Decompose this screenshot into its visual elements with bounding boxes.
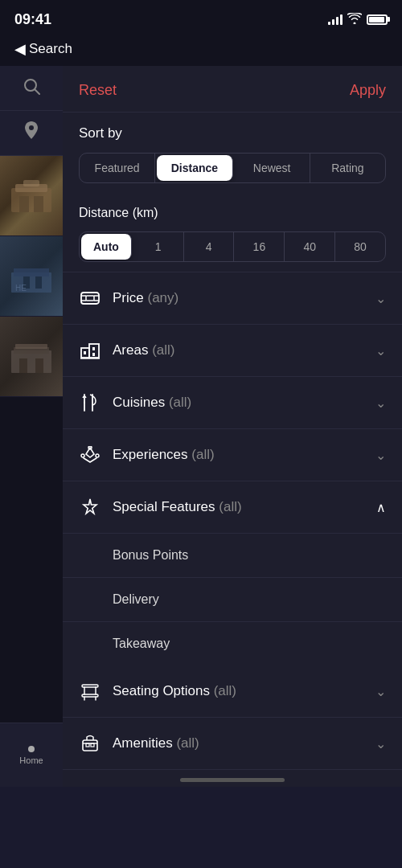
svg-rect-7	[34, 196, 43, 212]
reset-button[interactable]: Reset	[79, 82, 117, 99]
status-time: 09:41	[14, 11, 51, 28]
areas-label: Areas (all)	[113, 342, 375, 358]
svg-point-2	[29, 125, 34, 130]
seating-options-label: Seating Options (all)	[113, 683, 375, 699]
filter-row-special-features[interactable]: Special Features (all) ∧	[63, 481, 402, 534]
svg-text:HE: HE	[15, 284, 27, 293]
amenities-icon	[79, 732, 101, 755]
left-sidebar: HE Home	[0, 66, 63, 787]
seating-sub: (all)	[214, 683, 236, 698]
filter-row-price[interactable]: Price (any) ⌄	[63, 272, 402, 325]
home-dot	[28, 746, 35, 752]
distance-tab-16[interactable]: 16	[234, 232, 285, 261]
special-features-chevron-icon: ∧	[376, 500, 386, 515]
svg-rect-16	[11, 350, 51, 373]
battery-icon	[367, 14, 388, 25]
distance-tab-1[interactable]: 1	[133, 232, 184, 261]
svg-rect-45	[83, 740, 97, 751]
distance-label: Distance (km)	[79, 206, 386, 220]
filter-row-seating-options[interactable]: Seating Options (all) ⌄	[63, 665, 402, 718]
cuisines-icon	[79, 391, 101, 414]
sort-tab-distance[interactable]: Distance	[157, 155, 232, 181]
experiences-chevron-icon: ⌄	[375, 448, 386, 463]
distance-section: Distance (km) Auto 1 4 16 40 80	[63, 193, 402, 272]
sub-item-takeaway[interactable]: Takeaway	[63, 622, 402, 665]
svg-rect-30	[84, 351, 86, 354]
home-indicator	[63, 770, 402, 787]
svg-rect-6	[19, 196, 29, 212]
home-label: Home	[19, 755, 43, 765]
distance-tabs: Auto 1 4 16 40 80	[79, 231, 386, 262]
home-bar	[180, 778, 285, 782]
sub-item-delivery[interactable]: Delivery	[63, 578, 402, 622]
back-nav[interactable]: ◀ Search	[0, 35, 402, 66]
sort-tab-rating[interactable]: Rating	[310, 154, 385, 182]
experiences-sub: (all)	[191, 447, 214, 462]
svg-line-1	[35, 89, 39, 94]
svg-rect-20	[15, 344, 47, 349]
filter-row-areas[interactable]: Areas (all) ⌄	[63, 325, 402, 377]
seating-chevron-icon: ⌄	[375, 684, 386, 699]
filter-row-amenities[interactable]: Amenities (all) ⌄	[63, 718, 402, 770]
restaurant-image-3[interactable]	[0, 317, 63, 397]
seating-options-icon	[79, 680, 101, 702]
special-features-icon	[79, 496, 101, 518]
sort-tab-featured[interactable]: Featured	[80, 154, 155, 182]
svg-rect-19	[35, 358, 43, 373]
cuisines-chevron-icon: ⌄	[375, 395, 386, 411]
svg-rect-31	[92, 347, 95, 350]
distance-tab-4[interactable]: 4	[184, 232, 235, 261]
restaurant-image-2[interactable]: HE	[0, 236, 63, 317]
main-layout: HE Home Reset Apply	[0, 66, 402, 787]
price-icon	[79, 287, 101, 309]
filter-panel: Reset Apply Sort by Featured Distance Ne…	[63, 66, 402, 787]
sort-by-section: Sort by Featured Distance Newest Rating	[63, 113, 402, 193]
price-label: Price (any)	[113, 290, 375, 306]
svg-rect-32	[92, 353, 95, 356]
location-area[interactable]	[0, 111, 63, 156]
svg-rect-46	[86, 743, 89, 747]
filter-row-experiences[interactable]: Experiences (all) ⌄	[63, 429, 402, 481]
signal-icon	[328, 14, 343, 25]
amenities-sub: (all)	[176, 735, 199, 751]
amenities-chevron-icon: ⌄	[375, 736, 386, 751]
svg-rect-11	[14, 268, 49, 276]
price-chevron-icon: ⌄	[375, 291, 386, 306]
back-label: Search	[29, 41, 72, 57]
sort-tab-newest[interactable]: Newest	[235, 154, 310, 182]
experiences-icon	[79, 444, 101, 466]
apply-button[interactable]: Apply	[350, 82, 386, 99]
restaurant-image-1[interactable]	[0, 156, 63, 236]
price-sub: (any)	[147, 290, 178, 305]
svg-point-37	[81, 454, 84, 457]
back-arrow-icon: ◀	[14, 40, 26, 58]
home-nav[interactable]: Home	[0, 723, 63, 787]
svg-rect-22	[86, 296, 94, 301]
special-features-sub: (all)	[219, 499, 241, 514]
areas-sub: (all)	[152, 342, 174, 358]
svg-point-38	[96, 454, 99, 457]
distance-tab-auto[interactable]: Auto	[81, 234, 132, 260]
amenities-label: Amenities (all)	[113, 735, 375, 751]
sort-tabs: Featured Distance Newest Rating	[79, 153, 386, 183]
filter-row-cuisines[interactable]: Cuisines (all) ⌄	[63, 377, 402, 429]
distance-tab-40[interactable]: 40	[285, 232, 335, 261]
areas-icon	[79, 339, 101, 362]
status-icons	[328, 13, 388, 27]
special-features-sub-items: Bonus Points Delivery Takeaway	[63, 534, 402, 665]
distance-tab-80[interactable]: 80	[335, 232, 385, 261]
svg-rect-21	[81, 293, 99, 304]
status-bar: 09:41	[0, 0, 402, 35]
svg-rect-18	[19, 358, 27, 373]
experiences-label: Experiences (all)	[113, 447, 375, 463]
filter-header: Reset Apply	[63, 66, 402, 113]
svg-rect-47	[91, 743, 94, 747]
sort-by-label: Sort by	[79, 125, 386, 141]
cuisines-sub: (all)	[169, 395, 191, 410]
areas-chevron-icon: ⌄	[375, 343, 386, 358]
svg-rect-13	[35, 276, 42, 289]
special-features-label: Special Features (all)	[113, 499, 376, 515]
cuisines-label: Cuisines (all)	[113, 395, 375, 411]
search-area[interactable]	[0, 66, 63, 111]
sub-item-bonus-points[interactable]: Bonus Points	[63, 534, 402, 578]
